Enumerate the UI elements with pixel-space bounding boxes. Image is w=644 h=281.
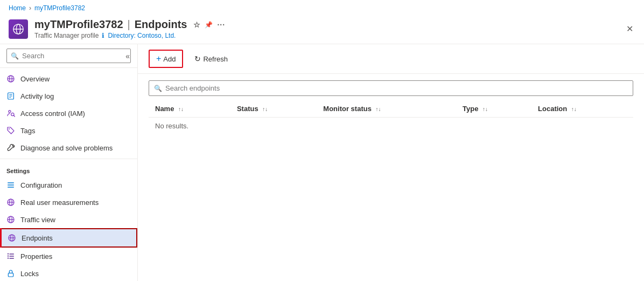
sidebar-item-label: Overview [20,75,50,83]
sort-icon-location: ↑↓ [571,106,577,112]
breadcrumb: Home › myTMProfile3782 [0,0,644,16]
sort-icon-type: ↑↓ [482,106,488,112]
sidebar-item-properties[interactable]: Properties [0,248,137,265]
svg-rect-30 [8,258,9,259]
sidebar-item-label: Tags [20,127,35,135]
sidebar-item-endpoints[interactable]: Endpoints [0,228,137,248]
svg-rect-15 [8,184,14,185]
sidebar-item-diagnose[interactable]: Diagnose and solve problems [0,139,137,156]
config-icon [6,181,15,189]
content-area: + Add ↻ Refresh 🔍 Name [138,44,644,281]
table-container: Name ↑↓ Status ↑↓ Monitor status ↑↓ Type… [149,100,633,275]
col-name[interactable]: Name ↑↓ [149,100,230,118]
svg-rect-26 [8,253,9,255]
sidebar-nav: Overview Activity log Access control (IA… [0,68,137,281]
breadcrumb-resource[interactable]: myTMProfile3782 [34,4,85,12]
search-input[interactable] [6,49,131,63]
col-status[interactable]: Status ↑↓ [230,100,317,118]
pin-icon[interactable]: 📌 [205,21,213,29]
endpoints-table: Name ↑↓ Status ↑↓ Monitor status ↑↓ Type… [149,100,633,134]
nav-divider [0,159,137,159]
sidebar-item-configuration[interactable]: Configuration [0,176,137,194]
directory-link[interactable]: Directory: Contoso, Ltd. [108,32,176,39]
svg-line-12 [13,115,15,116]
toolbar: + Add ↻ Refresh [138,44,644,74]
svg-rect-16 [8,187,14,187]
sidebar-item-label: Endpoints [22,234,53,242]
svg-point-13 [9,128,10,129]
properties-icon [6,252,15,261]
svg-rect-14 [8,182,14,183]
sidebar-item-label: Locks [20,270,39,278]
search-endpoints-wrap: 🔍 [149,80,633,96]
svg-rect-31 [9,258,14,258]
sidebar-item-overview[interactable]: Overview [0,70,137,87]
header-title-group: myTMProfile3782 | Endpoints ☆ 📌 ··· Traf… [34,18,225,39]
sidebar-item-label: Properties [20,252,52,261]
refresh-icon: ↻ [194,54,201,63]
endpoints-content: 🔍 Name ↑↓ Status ↑↓ Monitor status ↑↓ Ty… [138,74,644,281]
sidebar-item-locks[interactable]: Locks [0,265,137,281]
header-subtitle: Traffic Manager profile ℹ Directory: Con… [34,32,225,39]
refresh-button[interactable]: ↻ Refresh [187,51,235,67]
sort-icon-name: ↑↓ [178,106,184,112]
page-title: myTMProfile3782 | Endpoints ☆ 📌 ··· [34,18,225,31]
sidebar-item-label: Access control (IAM) [20,109,85,118]
settings-section-label: Settings [0,161,137,176]
page-header: myTMProfile3782 | Endpoints ☆ 📌 ··· Traf… [0,16,644,44]
tag-icon [6,126,15,135]
refresh-label: Refresh [203,55,228,63]
endpoint-icon [8,234,16,242]
svg-rect-32 [8,273,13,277]
svg-rect-27 [9,253,14,254]
sidebar-item-label: Configuration [20,181,62,189]
search-endpoints-input[interactable] [149,80,633,96]
traffic-icon [6,215,15,224]
more-options-icon[interactable]: ··· [217,20,225,29]
sidebar-search-icon: 🔍 [11,52,19,60]
breadcrumb-separator: › [29,4,31,12]
sidebar-item-endpoints-wrap: Endpoints [0,228,137,248]
main-layout: 🔍 « Overview Activity log [0,44,644,281]
col-location[interactable]: Location ↑↓ [531,100,633,118]
sidebar-item-label: Real user measurements [20,198,99,207]
add-button[interactable]: + Add [149,50,183,68]
search-endpoints-icon: 🔍 [154,85,162,92]
header-icons: ☆ 📌 ··· [193,20,225,29]
wrench-icon [6,143,15,152]
info-icon[interactable]: ℹ [102,32,104,39]
resource-icon [9,19,28,39]
globe-icon [6,74,15,83]
sidebar-item-label: Activity log [20,92,54,100]
sort-icon-monitor: ↑↓ [376,106,381,112]
add-label: Add [163,55,176,63]
svg-rect-28 [8,256,9,257]
no-results-row: No results. [149,118,633,135]
sidebar-item-label: Traffic view [20,216,55,224]
sidebar-search-row: 🔍 « [0,44,137,68]
log-icon [6,92,15,100]
active-border [0,228,2,248]
col-type[interactable]: Type ↑↓ [456,100,531,118]
svg-point-10 [9,111,11,113]
favorite-icon[interactable]: ☆ [193,20,200,29]
sidebar: 🔍 « Overview Activity log [0,44,138,281]
close-button[interactable]: ✕ [624,22,635,36]
col-monitor-status[interactable]: Monitor status ↑↓ [317,100,456,118]
sidebar-item-label: Diagnose and solve problems [20,144,113,152]
breadcrumb-home[interactable]: Home [9,4,26,12]
no-results-text: No results. [149,118,633,135]
sort-icon-status: ↑↓ [262,106,268,112]
lock-icon [6,269,15,278]
sidebar-item-tags[interactable]: Tags [0,122,137,139]
collapse-icon[interactable]: « [125,52,130,60]
sidebar-item-activity-log[interactable]: Activity log [0,87,137,105]
iam-icon [6,109,15,118]
sidebar-item-rum[interactable]: Real user measurements [0,194,137,211]
svg-rect-29 [9,256,14,256]
plus-icon: + [156,54,161,64]
rum-icon [6,198,15,207]
sidebar-item-traffic-view[interactable]: Traffic view [0,211,137,228]
sidebar-item-iam[interactable]: Access control (IAM) [0,105,137,122]
